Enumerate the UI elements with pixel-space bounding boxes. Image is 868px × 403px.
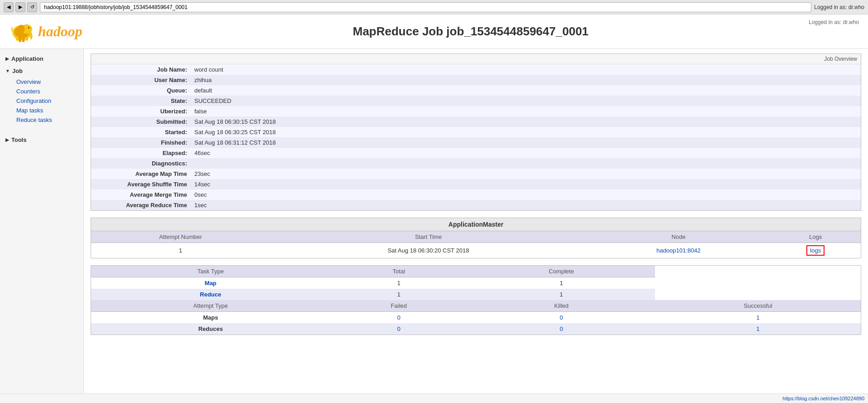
- forward-button[interactable]: ▶: [15, 2, 25, 12]
- attempt-successful-link-1[interactable]: 1: [756, 325, 759, 332]
- am-node-link[interactable]: hadoop101:8042: [656, 247, 701, 254]
- svg-rect-6: [22, 37, 25, 42]
- job-info-value-3: SUCCEEDED: [191, 96, 861, 106]
- refresh-button[interactable]: ↺: [27, 2, 37, 12]
- job-info-label-4: Uberized:: [91, 106, 191, 117]
- job-info-label-7: Finished:: [91, 137, 191, 148]
- task-total-col: Total: [330, 266, 468, 277]
- attempt-type-cell-1: Reduces: [91, 323, 330, 335]
- am-col-start-time: Start Time: [270, 231, 587, 243]
- attempt-successful-col: Successful: [655, 300, 861, 312]
- sidebar-job-header[interactable]: ▼ Job: [0, 65, 83, 77]
- job-info-label-11: Average Shuffle Time: [91, 179, 191, 189]
- attempt-successful-cell-1: 1: [655, 323, 861, 335]
- hadoop-text: hadoop: [38, 23, 82, 40]
- sidebar-tools-label: Tools: [11, 136, 27, 143]
- svg-point-3: [28, 27, 29, 29]
- am-start-time: Sat Aug 18 06:30:20 CST 2018: [270, 243, 587, 258]
- task-type-cell-0: Map: [91, 277, 330, 289]
- job-info-table: Job Name:word countUser Name:zhihuaQueue…: [91, 64, 861, 210]
- job-info-value-13: 1sec: [191, 200, 861, 210]
- task-complete-cell-1: 1: [468, 289, 655, 300]
- attempt-type-cell-0: Maps: [91, 312, 330, 324]
- svg-rect-8: [25, 37, 28, 41]
- task-total-cell-1: 1: [330, 289, 468, 300]
- sidebar-item-overview[interactable]: Overview: [11, 77, 83, 87]
- hadoop-logo: hadoop: [9, 19, 82, 44]
- task-summary-table: Task Type Total Complete Map11Reduce11 A…: [91, 266, 861, 335]
- job-info-label-12: Average Merge Time: [91, 189, 191, 200]
- page-title: MapReduce Job job_1534544859647_0001: [82, 24, 859, 39]
- task-type-col: Task Type: [91, 266, 330, 277]
- sidebar-item-map-tasks[interactable]: Map tasks: [11, 106, 83, 115]
- job-info-value-12: 0sec: [191, 189, 861, 200]
- job-info-label-8: Elapsed:: [91, 148, 191, 158]
- task-total-cell-0: 1: [330, 277, 468, 289]
- sidebar-job-items: Overview Counters Configuration Map task…: [0, 77, 83, 125]
- sidebar-item-counters[interactable]: Counters: [11, 87, 83, 96]
- job-info-label-10: Average Map Time: [91, 169, 191, 179]
- attempt-killed-link-0[interactable]: 0: [560, 314, 563, 321]
- am-header: ApplicationMaster: [91, 218, 861, 231]
- content-area: ▶ Application ▼ Job Overview Counters Co…: [0, 49, 868, 393]
- job-info-label-1: User Name:: [91, 75, 191, 85]
- attempt-failed-cell-0: 0: [330, 312, 468, 324]
- tools-arrow-icon: ▶: [5, 137, 9, 142]
- attempt-failed-link-1[interactable]: 0: [397, 325, 400, 332]
- am-col-node: Node: [587, 231, 771, 243]
- am-attempt-number: 1: [91, 243, 270, 258]
- am-col-attempt: Attempt Number: [91, 231, 270, 243]
- job-info-label-9: Diagnostics:: [91, 158, 191, 169]
- application-master-panel: ApplicationMaster Attempt Number Start T…: [91, 218, 861, 258]
- attempt-failed-col: Failed: [330, 300, 468, 312]
- job-info-value-0: word count: [191, 64, 861, 75]
- attempt-killed-link-1[interactable]: 0: [560, 325, 563, 332]
- attempt-killed-cell-0: 0: [468, 312, 655, 324]
- attempt-successful-link-0[interactable]: 1: [756, 314, 759, 321]
- sidebar-item-configuration[interactable]: Configuration: [11, 96, 83, 106]
- attempt-failed-link-0[interactable]: 0: [397, 314, 400, 321]
- nav-buttons[interactable]: ◀ ▶ ↺: [4, 2, 37, 12]
- job-info-label-3: State:: [91, 96, 191, 106]
- am-row: 1 Sat Aug 18 06:30:20 CST 2018 hadoop101…: [91, 243, 861, 258]
- attempt-killed-col: Killed: [468, 300, 655, 312]
- attempt-failed-cell-1: 0: [330, 323, 468, 335]
- browser-bar: ◀ ▶ ↺ Logged in as: dr.who: [0, 0, 868, 15]
- sidebar-item-reduce-tasks[interactable]: Reduce tasks: [11, 115, 83, 125]
- page-header: hadoop MapReduce Job job_1534544859647_0…: [0, 15, 868, 49]
- main-content: Job Overview Job Name:word countUser Nam…: [84, 49, 868, 393]
- url-bar[interactable]: [40, 2, 811, 12]
- job-arrow-icon: ▼: [5, 68, 10, 73]
- job-info-value-11: 14sec: [191, 179, 861, 189]
- logged-in-info: Logged in as: dr.who: [814, 4, 864, 10]
- attempt-successful-cell-0: 1: [655, 312, 861, 324]
- header-logged-in: Logged in as: dr.who: [809, 19, 859, 25]
- task-type-link-0[interactable]: Map: [205, 280, 217, 286]
- sidebar-application-header[interactable]: ▶ Application: [0, 53, 83, 65]
- am-col-logs: Logs: [771, 231, 861, 243]
- job-info-value-6: Sat Aug 18 06:30:25 CST 2018: [191, 127, 861, 137]
- job-info-label-2: Queue:: [91, 85, 191, 96]
- job-info-value-1: zhihua: [191, 75, 861, 85]
- back-button[interactable]: ◀: [4, 2, 14, 12]
- job-info-value-9: [191, 158, 861, 169]
- job-info-label-6: Started:: [91, 127, 191, 137]
- job-info-label-13: Average Reduce Time: [91, 200, 191, 210]
- job-info-label-0: Job Name:: [91, 64, 191, 75]
- task-type-cell-1: Reduce: [91, 289, 330, 300]
- svg-point-4: [18, 25, 25, 34]
- am-table: Attempt Number Start Time Node Logs 1 Sa…: [91, 231, 861, 258]
- job-info-value-8: 46sec: [191, 148, 861, 158]
- job-info-value-4: false: [191, 106, 861, 117]
- job-info-value-2: default: [191, 85, 861, 96]
- attempt-type-col: Attempt Type: [91, 300, 330, 312]
- job-info-label-5: Submitted:: [91, 117, 191, 127]
- job-overview-panel: Job Overview Job Name:word countUser Nam…: [91, 53, 861, 211]
- page-wrapper: hadoop MapReduce Job job_1534544859647_0…: [0, 15, 868, 403]
- hadoop-elephant-icon: [9, 19, 36, 44]
- footer-link[interactable]: https://blog.csdn.net/chen109224890: [783, 396, 864, 401]
- am-logs: logs: [771, 243, 861, 258]
- sidebar-tools-header[interactable]: ▶ Tools: [0, 134, 83, 146]
- am-logs-link[interactable]: logs: [806, 245, 825, 256]
- task-type-link-1[interactable]: Reduce: [200, 291, 221, 298]
